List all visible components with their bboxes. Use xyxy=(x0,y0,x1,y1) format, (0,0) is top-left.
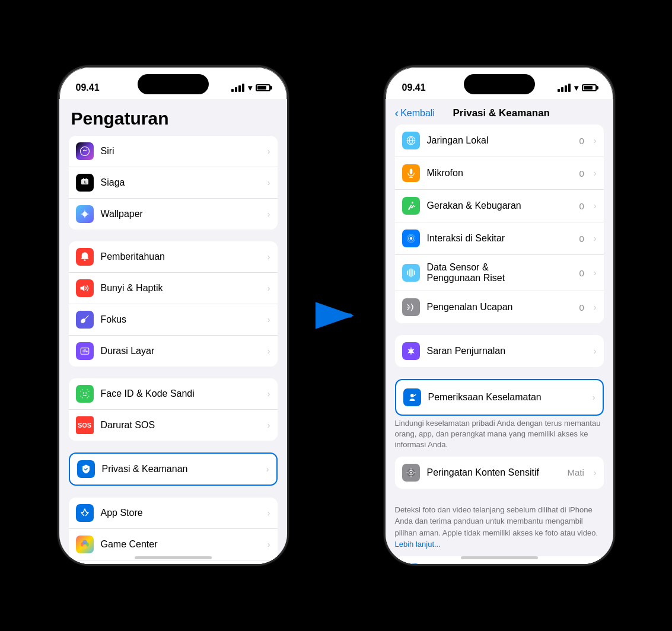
fokus-label: Fokus xyxy=(101,314,260,325)
time-left: 09.41 xyxy=(76,82,100,93)
svg-rect-14 xyxy=(81,397,82,399)
svg-rect-7 xyxy=(82,350,84,353)
detail-item-gerakan[interactable]: Gerakan & Kebugaran 0 › xyxy=(395,190,604,222)
peringatan-description: Deteksi foto dan video telanjang sebelum… xyxy=(386,501,613,556)
detail-header: ‹ Kembali Privasi & Keamanan xyxy=(386,99,613,125)
sidebar-item-darurat[interactable]: SOS Darurat SOS › xyxy=(69,410,278,441)
sidebar-item-siri[interactable]: Siri › xyxy=(69,136,278,167)
sensor-icon xyxy=(402,264,420,282)
settings-group-2: Pemberitahuan › Bunyi & Haptik › Fokus › xyxy=(69,241,278,367)
back-chevron-icon: ‹ xyxy=(395,106,399,120)
right-screen-content: ‹ Kembali Privasi & Keamanan Jaringan Lo… xyxy=(386,99,613,564)
sensor-label: Data Sensor & Penggunaan Riset xyxy=(427,262,572,283)
safety-check-item[interactable]: Pemeriksaan Keselamatan › xyxy=(396,380,603,415)
sidebar-item-fokus[interactable]: Fokus › xyxy=(69,304,278,336)
svg-rect-16 xyxy=(80,391,81,392)
saran-label: Saran Penjurnalan xyxy=(427,346,587,356)
sidebar-item-pemberitahuan[interactable]: Pemberitahuan › xyxy=(69,241,278,273)
learn-more-link[interactable]: Lebih lanjut... xyxy=(395,540,441,549)
svg-rect-31 xyxy=(409,169,412,174)
time-right: 09.41 xyxy=(402,82,426,93)
jaringan-value: 0 xyxy=(579,136,584,146)
safety-check-highlighted: Pemeriksaan Keselamatan › xyxy=(395,379,604,416)
mikrofon-chevron: › xyxy=(594,168,597,178)
signal-icon-right xyxy=(558,84,571,92)
pemberitahuan-chevron: › xyxy=(267,252,270,262)
sidebar-item-privasi[interactable]: Privasi & Keamanan › xyxy=(70,454,276,485)
gamecenter-icon xyxy=(76,536,94,553)
back-button[interactable]: ‹ Kembali xyxy=(395,106,435,120)
peringatan-label: Peringatan Konten Sensitif xyxy=(427,467,560,478)
interaksi-chevron: › xyxy=(594,234,597,243)
svg-rect-13 xyxy=(87,390,88,391)
detail-item-sensor[interactable]: Data Sensor & Penggunaan Riset 0 › xyxy=(395,255,604,291)
dynamic-island xyxy=(138,74,209,94)
siaga-chevron: › xyxy=(267,178,270,187)
siri-label: Siri xyxy=(101,146,260,157)
left-phone: 09.41 ▾ Pengaturan Siri › xyxy=(58,65,289,566)
faceid-chevron: › xyxy=(267,389,270,399)
safety-label: Pemeriksaan Keselamatan xyxy=(428,392,585,403)
saran-chevron: › xyxy=(594,346,597,356)
siri-icon xyxy=(76,142,94,160)
wallpaper-icon xyxy=(76,205,94,223)
mikrofon-value: 0 xyxy=(579,168,584,179)
pengenalan-chevron: › xyxy=(594,302,597,312)
interaksi-label: Interaksi di Sekitar xyxy=(427,233,572,244)
detail-item-pengenalan[interactable]: Pengenalan Ucapan 0 › xyxy=(395,291,604,323)
bunyi-label: Bunyi & Haptik xyxy=(101,283,260,294)
sensor-chevron: › xyxy=(594,268,597,278)
sidebar-item-bunyi[interactable]: Bunyi & Haptik › xyxy=(69,273,278,304)
pengenalan-value: 0 xyxy=(579,302,584,313)
appstore-icon xyxy=(76,504,94,522)
sidebar-item-faceid[interactable]: Face ID & Kode Sandi › xyxy=(69,378,278,410)
siaga-label: Siaga xyxy=(101,177,260,188)
detail-group-1: Jaringan Lokal 0 › Mikrofon 0 › Gerakan … xyxy=(395,125,604,323)
detail-item-saran[interactable]: Saran Penjurnalan › xyxy=(395,335,604,367)
siri-chevron: › xyxy=(267,146,270,156)
siaga-icon xyxy=(76,174,94,192)
svg-point-34 xyxy=(411,202,413,203)
settings-group-4: App Store › Game Center › iCloud › xyxy=(69,498,278,564)
interaksi-icon xyxy=(402,230,420,247)
svg-rect-5 xyxy=(84,260,85,261)
svg-rect-12 xyxy=(81,390,82,391)
wallpaper-chevron: › xyxy=(267,209,270,219)
sidebar-item-icloud[interactable]: iCloud › xyxy=(69,560,278,564)
detail-item-interaksi[interactable]: Interaksi di Sekitar 0 › xyxy=(395,222,604,255)
left-screen-content: Pengaturan Siri › Siaga › W xyxy=(59,99,287,564)
detail-item-mikrofon[interactable]: Mikrofon 0 › xyxy=(395,157,604,190)
sidebar-item-wallpaper[interactable]: Wallpaper › xyxy=(69,199,278,230)
svg-rect-18 xyxy=(80,396,81,397)
settings-group-1: Siri › Siaga › Wallpaper › xyxy=(69,136,278,230)
jaringan-label: Jaringan Lokal xyxy=(427,135,572,146)
safety-chevron: › xyxy=(593,393,595,402)
gerakan-icon xyxy=(402,197,420,215)
gerakan-chevron: › xyxy=(594,201,597,211)
faceid-icon xyxy=(76,385,94,403)
sidebar-item-siaga[interactable]: Siaga › xyxy=(69,167,278,199)
peringatan-icon xyxy=(402,464,420,482)
wifi-icon-right: ▾ xyxy=(574,83,578,93)
svg-point-10 xyxy=(82,392,84,393)
dynamic-island-right xyxy=(464,74,535,94)
pengenalan-label: Pengenalan Ucapan xyxy=(427,302,572,313)
pengenalan-icon xyxy=(402,298,420,316)
safety-description: Lindungi keselamatan pribadi Anda dengan… xyxy=(386,418,613,457)
home-indicator-right xyxy=(461,556,538,559)
sidebar-item-appstore[interactable]: App Store › xyxy=(69,498,278,529)
mikrofon-label: Mikrofon xyxy=(427,168,572,179)
peringatan-chevron: › xyxy=(594,468,597,477)
detail-item-peringatan[interactable]: Peringatan Konten Sensitif Mati › xyxy=(395,457,604,489)
arrow-icon xyxy=(316,301,357,330)
analisis-icon xyxy=(402,563,420,564)
sidebar-item-durasi[interactable]: Durasi Layar › xyxy=(69,336,278,367)
durasi-icon xyxy=(76,342,94,360)
svg-rect-19 xyxy=(88,396,90,397)
right-phone: 09.41 ▾ ‹ Kembali Privasi & Keamanan xyxy=(384,65,615,566)
svg-point-22 xyxy=(82,540,87,545)
detail-item-jaringan[interactable]: Jaringan Lokal 0 › xyxy=(395,125,604,157)
svg-rect-9 xyxy=(86,350,87,352)
navigation-arrow xyxy=(313,301,360,330)
svg-rect-15 xyxy=(87,397,88,399)
